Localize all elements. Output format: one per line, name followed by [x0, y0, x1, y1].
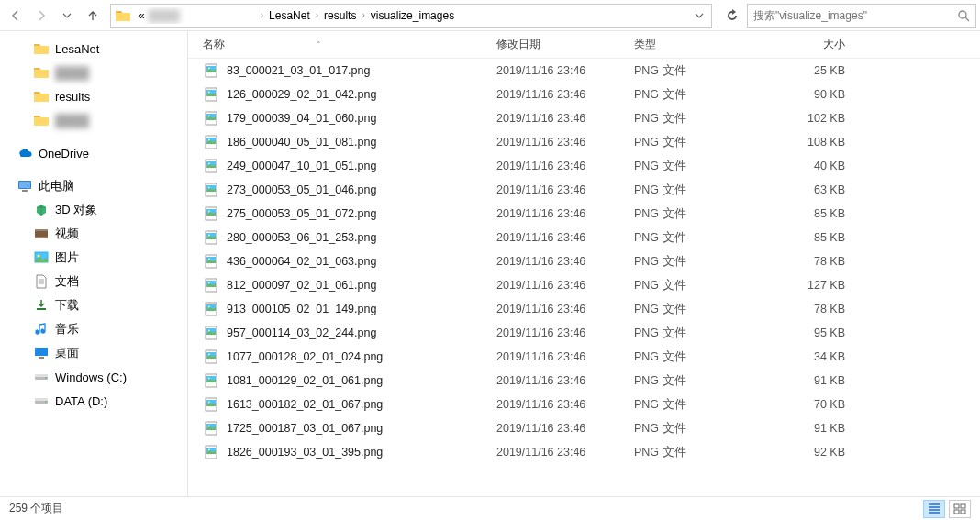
file-row[interactable]: 1725_000187_03_01_067.png 2019/11/16 23:…: [188, 416, 980, 440]
sidebar-thispc-item[interactable]: 桌面: [0, 341, 187, 365]
file-row[interactable]: 83_000021_03_01_017.png 2019/11/16 23:46…: [188, 59, 980, 83]
refresh-button[interactable]: [718, 4, 745, 28]
arrow-left-icon: [8, 8, 23, 23]
column-headers: 名称 ˄ 修改日期 类型 大小: [188, 31, 980, 59]
file-row[interactable]: 280_000053_06_01_253.png 2019/11/16 23:4…: [188, 226, 980, 249]
sidebar-quick-item[interactable]: LesaNet: [0, 37, 187, 61]
column-header-date[interactable]: 修改日期: [496, 37, 634, 52]
file-name: 1081_000129_02_01_061.png: [227, 374, 496, 387]
file-name: 179_000039_04_01_060.png: [227, 112, 496, 125]
svg-rect-72: [961, 504, 965, 508]
svg-rect-73: [954, 510, 959, 514]
breadcrumb-prefix[interactable]: «: [137, 7, 147, 24]
sidebar-item-label: 图片: [55, 249, 79, 266]
breadcrumb-separator: ›: [257, 10, 267, 20]
file-row[interactable]: 957_000114_03_02_244.png 2019/11/16 23:4…: [188, 321, 980, 345]
file-type: PNG 文件: [634, 254, 763, 270]
details-view-icon: [928, 503, 941, 514]
breadcrumb-hidden[interactable]: ████: [147, 7, 257, 24]
file-row[interactable]: 913_000105_02_01_149.png 2019/11/16 23:4…: [188, 297, 980, 321]
file-date: 2019/11/16 23:46: [496, 446, 634, 459]
file-date: 2019/11/16 23:46: [496, 398, 634, 411]
file-name: 812_000097_02_01_061.png: [227, 279, 496, 292]
file-type: PNG 文件: [634, 159, 763, 174]
png-file-icon: [203, 277, 219, 293]
drive-icon: [33, 393, 50, 409]
svg-point-11: [41, 329, 45, 333]
file-type: PNG 文件: [634, 183, 763, 198]
png-file-icon: [203, 253, 219, 270]
sidebar-item-label: Windows (C:): [55, 371, 127, 384]
view-details-button[interactable]: [923, 500, 945, 518]
sidebar-thispc-item[interactable]: 下载: [0, 293, 187, 317]
column-header-size[interactable]: 大小: [763, 37, 854, 52]
sidebar-thispc-item[interactable]: 图片: [0, 246, 187, 270]
file-row[interactable]: 1077_000128_02_01_024.png 2019/11/16 23:…: [188, 345, 980, 369]
search-box[interactable]: [747, 4, 976, 28]
file-size: 70 KB: [763, 398, 854, 411]
file-row[interactable]: 273_000053_05_01_046.png 2019/11/16 23:4…: [188, 178, 980, 202]
nav-back-button[interactable]: [4, 4, 28, 28]
svg-point-34: [208, 163, 210, 165]
chevron-down-icon[interactable]: [695, 11, 704, 20]
file-row[interactable]: 179_000039_04_01_060.png 2019/11/16 23:4…: [188, 106, 980, 130]
address-bar[interactable]: « ████ › LesaNet › results › visualize_i…: [110, 4, 712, 28]
sidebar-thispc-item[interactable]: 3D 对象: [0, 198, 187, 222]
file-row[interactable]: 249_000047_10_01_051.png 2019/11/16 23:4…: [188, 154, 980, 178]
breadcrumb-item[interactable]: results: [322, 7, 358, 24]
file-list[interactable]: 83_000021_03_01_017.png 2019/11/16 23:46…: [188, 59, 980, 496]
file-type: PNG 文件: [634, 445, 763, 460]
file-row[interactable]: 1081_000129_02_01_061.png 2019/11/16 23:…: [188, 369, 980, 393]
png-file-icon: [203, 372, 219, 389]
sidebar-quick-item[interactable]: ████: [0, 61, 187, 84]
svg-point-52: [208, 306, 210, 308]
file-row[interactable]: 186_000040_05_01_081.png 2019/11/16 23:4…: [188, 130, 980, 154]
breadcrumb-item[interactable]: LesaNet: [267, 7, 312, 24]
folder-icon: [33, 64, 50, 81]
file-size: 63 KB: [763, 183, 854, 196]
nav-up-button[interactable]: [81, 4, 105, 28]
file-name: 913_000105_02_01_149.png: [227, 303, 496, 315]
desktop-icon: [33, 345, 50, 361]
svg-rect-5: [35, 229, 48, 231]
column-header-type[interactable]: 类型: [634, 37, 763, 52]
svg-point-70: [208, 449, 210, 451]
video-icon: [33, 226, 50, 242]
sidebar-thispc-item[interactable]: Windows (C:): [0, 365, 187, 389]
file-row[interactable]: 1826_000193_03_01_395.png 2019/11/16 23:…: [188, 440, 980, 464]
sidebar-thispc-item[interactable]: 视频: [0, 222, 187, 246]
breadcrumb-item[interactable]: visualize_images: [369, 7, 456, 24]
file-date: 2019/11/16 23:46: [496, 374, 634, 387]
sidebar-thispc[interactable]: 此电脑: [0, 174, 187, 198]
file-name: 275_000053_05_01_072.png: [227, 207, 496, 220]
sidebar-thispc-item[interactable]: DATA (D:): [0, 389, 187, 413]
file-date: 2019/11/16 23:46: [496, 326, 634, 339]
svg-point-22: [208, 68, 210, 70]
sidebar-thispc-item[interactable]: 文档: [0, 270, 187, 293]
column-header-name[interactable]: 名称 ˄: [203, 37, 496, 52]
file-type: PNG 文件: [634, 373, 763, 389]
recent-dropdown-button[interactable]: [55, 4, 79, 28]
search-input[interactable]: [753, 9, 957, 22]
file-name: 126_000029_02_01_042.png: [227, 88, 496, 101]
nav-forward-button[interactable]: [29, 4, 53, 28]
file-size: 95 KB: [763, 326, 854, 339]
folder-icon: [33, 112, 50, 128]
file-row[interactable]: 812_000097_02_01_061.png 2019/11/16 23:4…: [188, 273, 980, 297]
file-name: 249_000047_10_01_051.png: [227, 160, 496, 172]
file-type: PNG 文件: [634, 278, 763, 293]
breadcrumb: « ████ › LesaNet › results › visualize_i…: [137, 7, 695, 24]
view-thumbnails-button[interactable]: [949, 500, 971, 518]
sidebar-quick-item[interactable]: results: [0, 84, 187, 108]
sidebar-onedrive[interactable]: OneDrive: [0, 141, 187, 165]
file-row[interactable]: 126_000029_02_01_042.png 2019/11/16 23:4…: [188, 83, 980, 106]
svg-point-10: [36, 330, 39, 334]
png-file-icon: [203, 134, 219, 150]
svg-point-58: [208, 354, 210, 356]
sidebar-thispc-item[interactable]: 音乐: [0, 317, 187, 341]
file-date: 2019/11/16 23:46: [496, 422, 634, 435]
file-row[interactable]: 275_000053_05_01_072.png 2019/11/16 23:4…: [188, 202, 980, 226]
file-row[interactable]: 1613_000182_02_01_067.png 2019/11/16 23:…: [188, 393, 980, 416]
file-row[interactable]: 436_000064_02_01_063.png 2019/11/16 23:4…: [188, 249, 980, 273]
sidebar-quick-item[interactable]: ████: [0, 108, 187, 132]
